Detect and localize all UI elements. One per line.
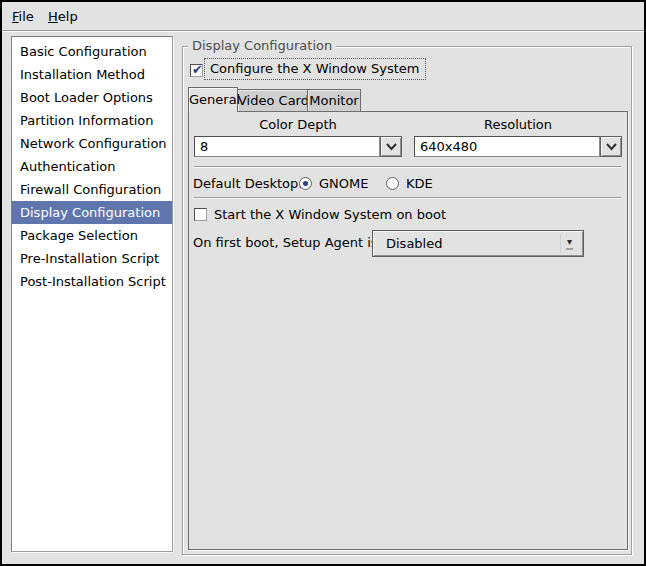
setup-agent-value: Disabled	[386, 236, 442, 251]
separator	[194, 166, 621, 168]
resolution-dropdown-button[interactable]	[600, 136, 622, 157]
menu-file[interactable]: File	[6, 7, 40, 26]
default-desktop-label: Default Desktop:	[193, 171, 303, 197]
sidebar-item-pre-installation-script[interactable]: Pre-Installation Script	[12, 247, 172, 270]
radio-dot-icon	[303, 181, 308, 186]
tab-general[interactable]: General	[188, 87, 238, 112]
gnome-radio-label[interactable]: GNOME	[319, 171, 368, 197]
separator	[194, 197, 621, 199]
start-x-row: Start the X Window System on boot	[189, 206, 627, 226]
sidebar-item-display-configuration[interactable]: Display Configuration	[12, 201, 172, 224]
setup-agent-label: On first boot, Setup Agent is:	[193, 228, 382, 258]
sidebar-item-network-configuration[interactable]: Network Configuration	[12, 132, 172, 155]
category-list: Basic Configuration Installation Method …	[11, 36, 173, 552]
kde-radio[interactable]	[386, 177, 399, 190]
color-depth-dropdown-button[interactable]	[380, 136, 402, 157]
sidebar-item-basic-configuration[interactable]: Basic Configuration	[12, 40, 172, 63]
kde-radio-label[interactable]: KDE	[406, 171, 433, 197]
display-configuration-frame: Display Configuration ✔ Configure the X …	[182, 46, 632, 555]
check-icon: ✔	[191, 63, 204, 76]
sidebar-item-post-installation-script[interactable]: Post-Installation Script	[12, 270, 172, 293]
menu-bar: File Help	[2, 2, 644, 31]
general-tab-page: Color Depth Resolution 8 640x480 Default…	[188, 111, 628, 550]
color-depth-combo: 8	[194, 136, 402, 157]
sidebar-item-firewall-configuration[interactable]: Firewall Configuration	[12, 178, 172, 201]
setup-agent-row: On first boot, Setup Agent is: Disabled …	[189, 228, 627, 258]
menu-help[interactable]: Help	[42, 7, 84, 26]
kickstart-configurator-window: File Help Basic Configuration Installati…	[0, 0, 646, 566]
configure-x-checkbox-label[interactable]: Configure the X Window System	[204, 58, 426, 80]
sidebar-item-package-selection[interactable]: Package Selection	[12, 224, 172, 247]
resolution-entry[interactable]: 640x480	[414, 136, 600, 157]
start-x-checkbox-label[interactable]: Start the X Window System on boot	[214, 206, 446, 224]
chevron-down-icon	[385, 143, 398, 151]
sidebar-item-authentication[interactable]: Authentication	[12, 155, 172, 178]
color-depth-entry[interactable]: 8	[194, 136, 380, 157]
color-depth-label: Color Depth	[194, 117, 402, 132]
tab-monitor[interactable]: Monitor	[307, 89, 361, 111]
option-menu-arrow-icon: ▾	[560, 234, 578, 253]
gnome-radio[interactable]	[299, 177, 312, 190]
tab-video-card[interactable]: Video Card	[237, 89, 308, 111]
default-desktop-row: Default Desktop: GNOME KDE	[189, 171, 627, 197]
frame-title: Display Configuration	[188, 38, 336, 53]
sidebar-item-installation-method[interactable]: Installation Method	[12, 63, 172, 86]
start-x-checkbox[interactable]	[194, 208, 207, 221]
resolution-label: Resolution	[414, 117, 622, 132]
setup-agent-dropdown[interactable]: Disabled ▾	[372, 230, 584, 257]
configure-x-checkbox[interactable]: ✔	[190, 64, 203, 77]
resolution-combo: 640x480	[414, 136, 622, 157]
chevron-down-icon	[605, 143, 618, 151]
sidebar-item-partition-information[interactable]: Partition Information	[12, 109, 172, 132]
sidebar-item-boot-loader-options[interactable]: Boot Loader Options	[12, 86, 172, 109]
